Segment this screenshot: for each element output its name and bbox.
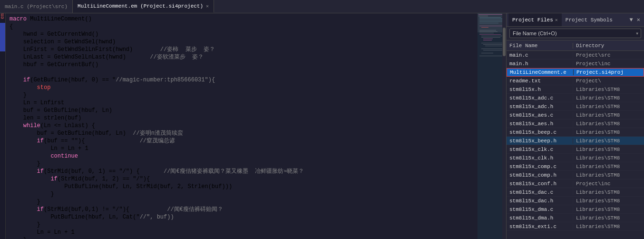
svg-rect-16 — [483, 40, 492, 40]
file-dir-cell: Libraries\STM8 — [573, 155, 644, 161]
file-name-cell: stm8l15x_adc.c — [507, 95, 573, 101]
file-dir-cell: Libraries\STM8 — [573, 147, 644, 152]
code-line: buf = GetBufLine(hbuf, Ln) — [6, 107, 478, 114]
svg-rect-12 — [479, 34, 501, 35]
file-name-cell: main.c — [507, 52, 573, 58]
tab-bar: main.c (Project\src) MultiLineComment.em… — [0, 0, 644, 13]
file-name-cell: stm8l15x_beep.h — [507, 138, 573, 144]
code-line: Ln = Ln + 1 — [6, 229, 478, 236]
tab-project-symbols[interactable]: Project Symbols — [562, 13, 616, 26]
svg-rect-23 — [479, 56, 503, 56]
code-line: } — [6, 91, 478, 99]
file-table-header: File Name Directory — [507, 40, 644, 51]
file-row[interactable]: stm8l15x.hLibraries\STM8 — [507, 85, 644, 94]
file-row[interactable]: stm8l15x_dma.cLibraries\STM8 — [507, 205, 644, 214]
file-name-cell: stm8l15x_clk.c — [507, 147, 573, 152]
file-dir-cell: Libraries\STM8 — [573, 172, 644, 178]
tab-main-c-label: main.c (Project\src) — [5, 4, 68, 10]
file-row[interactable]: stm8l15x_adc.cLibraries\STM8 — [507, 94, 644, 102]
code-line: } — [6, 221, 478, 229]
file-dir-cell: Libraries\STM8 — [573, 224, 644, 229]
minimap-highlight — [478, 13, 506, 32]
file-row[interactable]: stm8l15x_aes.hLibraries\STM8 — [507, 120, 644, 128]
file-row[interactable]: stm8l15x_dma.hLibraries\STM8 — [507, 214, 644, 222]
file-name-cell: stm8l15x_comp.c — [507, 164, 573, 169]
file-row[interactable]: main.hProject\inc — [507, 60, 644, 68]
code-line: if(StrMid(buf,0,1) != "/"){ //闻€瘦佶裤碍贻闻？ — [6, 206, 478, 213]
tab-project-files-label: Project Files — [512, 17, 553, 23]
file-row[interactable]: stm8l15x_exti.cLibraries\STM8 — [507, 222, 644, 231]
file-dir-cell: Libraries\STM8 — [573, 121, 644, 127]
col-directory: Directory — [573, 43, 644, 49]
file-row[interactable]: stm8l15x_adc.hLibraries\STM8 — [507, 102, 644, 111]
file-dir-cell: Libraries\STM8 — [573, 112, 644, 118]
code-line: { — [6, 23, 478, 30]
code-line: } — [6, 236, 478, 239]
file-dir-cell: Libraries\STM8 — [573, 104, 644, 110]
file-dir-cell: Project\ — [573, 78, 644, 84]
file-row[interactable]: stm8l15x_dac.cLibraries\STM8 — [507, 188, 644, 197]
code-editor[interactable]: macro MultiLineComment(){ hwnd = GetCurr… — [6, 13, 478, 239]
file-dir-cell: Project.si4proj — [574, 70, 644, 75]
file-name-cell: stm8l15x_adc.h — [507, 104, 573, 110]
code-line: while(Ln <= Lnlast) { — [6, 122, 478, 129]
file-row[interactable]: MultiLineComment.eProject.si4proj — [507, 68, 644, 77]
tab-close-icon[interactable]: ✕ — [206, 3, 209, 9]
panel-close-button[interactable]: ✕ — [635, 16, 642, 23]
code-line: Ln = Ln + 1 — [6, 145, 478, 152]
code-line: buf = GetBufLine(hbuf, Ln) //姿明n渣茂筒续蛮 — [6, 129, 478, 137]
file-name-cell: stm8l15x_aes.c — [507, 112, 573, 118]
code-line: if(buf == ""){ //窒茂编总谚 — [6, 137, 478, 145]
code-line: selection = GetWndSel(hwnd) — [6, 38, 478, 46]
code-line: LnFirst = GetWndSelLnFirst(hwnd) //姿柿 菜步… — [6, 46, 478, 53]
main-content: em macro MultiLineComment(){ hwnd = GetC… — [0, 13, 644, 239]
file-row[interactable]: stm8l15x_beep.cLibraries\STM8 — [507, 128, 644, 137]
file-row[interactable]: stm8l15x_clk.cLibraries\STM8 — [507, 145, 644, 154]
file-row[interactable]: stm8l15x_beep.hLibraries\STM8 — [507, 137, 644, 145]
tab-multiline-comment[interactable]: MultiLineComment.em (Project.si4project)… — [73, 0, 214, 13]
file-dir-cell: Libraries\STM8 — [573, 215, 644, 221]
file-dir-cell: Project\inc — [573, 181, 644, 187]
file-dir-cell: Libraries\STM8 — [573, 129, 644, 135]
panel-dropdown-icon[interactable]: ▼ — [628, 17, 635, 23]
file-dir-cell: Libraries\STM8 — [573, 87, 644, 92]
file-name-cell: stm8l15x_dma.h — [507, 215, 573, 221]
svg-rect-15 — [483, 39, 493, 39]
file-name-cell: stm8l15x_dac.h — [507, 198, 573, 204]
file-name-search[interactable]: File Name (Ctrl+O) — [509, 29, 641, 38]
tab-main-c[interactable]: main.c (Project\src) — [0, 0, 73, 13]
file-name-cell: readme.txt — [507, 78, 573, 84]
code-line — [6, 69, 478, 76]
left-sidebar-strip: em — [0, 13, 6, 239]
file-row[interactable]: stm8l15x_comp.cLibraries\STM8 — [507, 162, 644, 171]
svg-rect-14 — [481, 37, 500, 38]
minimap — [478, 13, 506, 239]
left-strip-text: em — [0, 13, 5, 21]
file-row[interactable]: stm8l15x_conf.hProject\inc — [507, 179, 644, 188]
file-row[interactable]: stm8l15x_clk.hLibraries\STM8 — [507, 154, 644, 162]
file-name-cell: stm8l15x_dac.c — [507, 189, 573, 195]
file-name-cell: stm8l15x_comp.h — [507, 172, 573, 178]
file-row[interactable]: stm8l15x_comp.hLibraries\STM8 — [507, 171, 644, 179]
col-file-name: File Name — [507, 43, 573, 49]
file-row[interactable]: stm8l15x_aes.cLibraries\STM8 — [507, 111, 644, 120]
code-area[interactable]: macro MultiLineComment(){ hwnd = GetCurr… — [6, 13, 478, 239]
code-line: stop — [6, 84, 478, 91]
file-dir-cell: Libraries\STM8 — [573, 198, 644, 204]
file-row[interactable]: stm8l15x_dac.hLibraries\STM8 — [507, 197, 644, 205]
code-line: if(StrMid(buf, 0, 1) == "/") { //闻€瘦佶猪姿裤… — [6, 168, 478, 175]
file-row[interactable]: main.cProject\src — [507, 51, 644, 60]
file-dir-cell: Libraries\STM8 — [573, 138, 644, 144]
file-name-cell: main.h — [507, 61, 573, 67]
tab-project-symbols-label: Project Symbols — [566, 17, 613, 23]
file-name-cell: stm8l15x_aes.h — [507, 121, 573, 127]
code-line: if(StrMid(buf, 1, 2) == "/"){ — [6, 175, 478, 183]
file-list[interactable]: main.cProject\srcmain.hProject\incMultiL… — [507, 51, 644, 239]
file-row[interactable]: readme.txtProject\ — [507, 77, 644, 85]
file-name-cell: stm8l15x_conf.h — [507, 181, 573, 187]
tab-project-files[interactable]: Project Files ✕ — [508, 13, 562, 26]
tab-project-files-close[interactable]: ✕ — [555, 17, 558, 23]
right-panel: Project Files ✕ Project Symbols ▼ ✕ File… — [506, 13, 644, 239]
code-line: } — [6, 190, 478, 198]
svg-rect-22 — [481, 53, 493, 53]
